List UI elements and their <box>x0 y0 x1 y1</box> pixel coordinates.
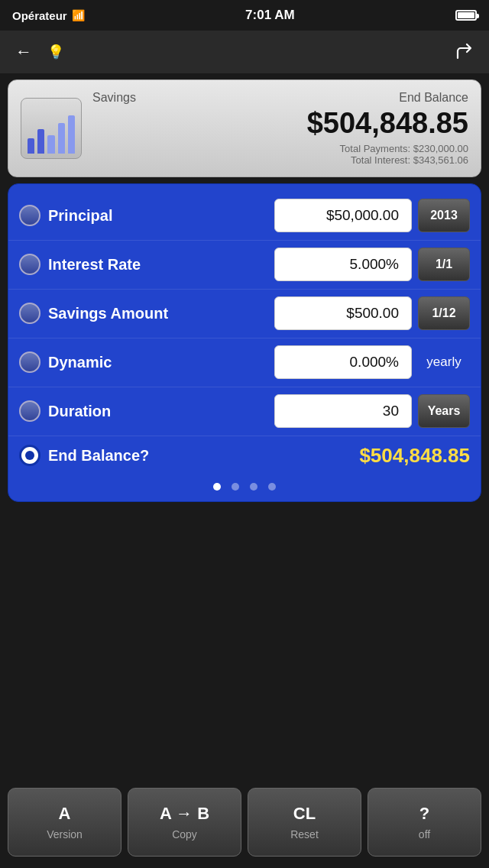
savings-amount-label: Savings Amount <box>48 305 274 322</box>
copy-button-main: A → B <box>160 804 209 824</box>
savings-header-label: Savings <box>92 91 136 105</box>
back-button[interactable]: ← <box>15 42 32 62</box>
dynamic-input[interactable] <box>275 346 405 378</box>
version-button-main: A <box>59 804 71 824</box>
principal-row: Principal 2013 <box>8 192 481 241</box>
reset-button[interactable]: CL Reset <box>248 788 361 857</box>
page-dots <box>8 475 481 494</box>
interest-rate-label: Interest Rate <box>48 256 274 274</box>
battery-indicator <box>455 10 477 21</box>
end-balance-row: End Balance? $504,848.85 <box>8 436 481 475</box>
version-button-sub: Version <box>47 828 83 840</box>
calculator-panel: Principal 2013 Interest Rate 1/1 Savings… <box>8 183 481 502</box>
reset-button-main: CL <box>293 804 316 824</box>
principal-label: Principal <box>48 207 274 225</box>
copy-button[interactable]: A → B Copy <box>128 788 241 857</box>
summary-card: Savings End Balance $504,848.85 Total Pa… <box>8 79 481 177</box>
savings-amount-row: Savings Amount 1/12 <box>8 290 481 338</box>
duration-years-button[interactable]: Years <box>418 394 470 428</box>
chart-thumbnail[interactable] <box>21 98 82 159</box>
reset-button-sub: Reset <box>290 828 319 840</box>
carrier-label: Opérateur <box>12 9 67 22</box>
interest-rate-row: Interest Rate 1/1 <box>8 241 481 290</box>
end-balance-question-label: End Balance? <box>48 447 359 465</box>
principal-input[interactable] <box>275 199 405 232</box>
time-label: 7:01 AM <box>245 8 295 23</box>
wifi-icon: 📶 <box>72 9 85 21</box>
interest-rate-input[interactable] <box>275 248 405 280</box>
duration-input[interactable] <box>275 395 405 427</box>
interest-rate-input-display[interactable] <box>274 248 412 281</box>
savings-fraction-button[interactable]: 1/12 <box>418 296 470 330</box>
savings-amount-radio[interactable] <box>19 303 40 324</box>
status-bar: Opérateur 📶 7:01 AM <box>0 0 489 31</box>
interest-rate-radio[interactable] <box>19 254 40 275</box>
dynamic-row: Dynamic yearly <box>8 338 481 387</box>
duration-input-display[interactable] <box>274 394 412 428</box>
principal-year-button[interactable]: 2013 <box>418 199 470 232</box>
dynamic-label: Dynamic <box>48 354 274 371</box>
end-balance-radio[interactable] <box>19 445 40 466</box>
dot-1[interactable] <box>213 483 221 491</box>
version-button[interactable]: A Version <box>8 788 121 857</box>
savings-amount-input[interactable] <box>275 297 405 329</box>
duration-radio[interactable] <box>19 400 40 422</box>
end-balance-header-label: End Balance <box>399 91 468 105</box>
main-amount-display: $504,848.85 <box>92 108 468 140</box>
share-button[interactable] <box>454 42 474 62</box>
principal-input-display[interactable] <box>274 199 412 232</box>
end-balance-result: $504,848.85 <box>359 444 470 468</box>
dynamic-radio[interactable] <box>19 351 40 373</box>
navigation-bar: ← 💡 <box>0 31 489 73</box>
off-button-main: ? <box>419 804 429 824</box>
savings-amount-input-display[interactable] <box>274 296 412 330</box>
off-button-sub: off <box>419 828 430 840</box>
dot-3[interactable] <box>250 483 257 491</box>
duration-row: Duration Years <box>8 387 481 436</box>
bottom-toolbar: A Version A → B Copy CL Reset ? off <box>0 776 489 868</box>
duration-label: Duration <box>48 403 274 420</box>
copy-button-sub: Copy <box>172 828 197 840</box>
interest-rate-fraction-button[interactable]: 1/1 <box>418 248 470 281</box>
dynamic-input-display[interactable] <box>274 345 412 379</box>
total-payments-label: Total Payments: $230,000.00 <box>92 143 468 154</box>
principal-radio[interactable] <box>19 205 40 226</box>
off-button[interactable]: ? off <box>368 788 481 857</box>
dot-4[interactable] <box>268 483 276 491</box>
dot-2[interactable] <box>232 483 239 491</box>
lightbulb-icon[interactable]: 💡 <box>47 44 64 60</box>
total-interest-label: Total Interest: $343,561.06 <box>92 154 468 166</box>
dynamic-period-label: yearly <box>418 355 470 370</box>
